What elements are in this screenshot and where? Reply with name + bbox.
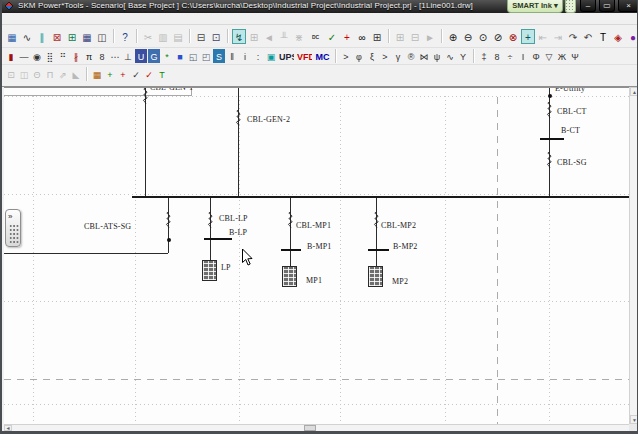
cable-symbol-cbl-gen-1[interactable] (141, 88, 150, 104)
run-analysis-icon[interactable]: ↯ (232, 29, 246, 44)
add-scenario-icon[interactable]: + (104, 67, 116, 81)
switch-icon[interactable]: γ (392, 49, 404, 63)
symbol-tool-icon[interactable]: ◈ (611, 29, 625, 44)
motor2-icon[interactable]: Φ (530, 49, 542, 63)
component-label[interactable]: CBL-MP1 (296, 221, 331, 230)
panelboard-symbol-mp1[interactable] (282, 266, 297, 287)
component-label[interactable]: CBL-ATS-SG (84, 222, 131, 231)
zoom-in-icon[interactable]: ⊕ (446, 29, 460, 44)
component-label[interactable]: CBL-CT (557, 107, 587, 116)
utility-u-icon[interactable]: U (135, 49, 147, 63)
add-study-icon[interactable]: + (117, 67, 129, 81)
wire-segment[interactable] (210, 198, 211, 261)
flash-study-icon[interactable]: ⋇ (292, 29, 306, 44)
close-button[interactable]: × (618, 0, 638, 12)
static-switch-icon[interactable]: S (213, 49, 225, 63)
pt-icon[interactable]: ‡ (478, 49, 490, 63)
datablock-format-icon[interactable]: ⊞ (370, 29, 384, 44)
component-label[interactable]: E-Utility (555, 87, 585, 93)
print-icon[interactable]: ⊟ (194, 29, 208, 44)
annotate-icon[interactable]: ◄ (262, 29, 276, 44)
grid-display-icon[interactable]: ⊞ (393, 29, 407, 44)
paste-icon[interactable]: ▤ (171, 29, 185, 44)
text-block-icon[interactable]: T (156, 67, 168, 81)
tcc-curve-icon[interactable]: ∿ (20, 29, 34, 44)
panelboard-symbol-lp[interactable] (202, 260, 217, 281)
wire-segment[interactable] (238, 88, 239, 197)
bus-bar-b-mp2[interactable] (368, 249, 389, 251)
panelboard-symbol-mp2[interactable] (368, 266, 383, 287)
chart-report-icon[interactable]: ▦ (91, 67, 103, 81)
impact-icon[interactable]: ⇗ (57, 67, 69, 81)
smart-ink-button[interactable]: SMART Ink ▾ (507, 0, 563, 13)
busway-icon[interactable]: ‖ (226, 49, 238, 63)
component-label[interactable]: CBL-GEN-1 (150, 87, 193, 92)
horizontal-scrollbar[interactable]: ◄ (4, 424, 629, 431)
cable-symbol-cbl-mp2[interactable] (372, 212, 381, 228)
window-view-icon[interactable]: ◫ (18, 67, 30, 81)
datablock-icon[interactable]: ⊞ (65, 29, 79, 44)
dc-analysis-icon[interactable]: DC (307, 29, 324, 44)
component-label[interactable]: B-LP (229, 228, 247, 237)
tree-icon[interactable]: * (161, 49, 173, 63)
restore-button[interactable]: ▭ (599, 0, 615, 12)
zoom-out-icon[interactable]: ⊖ (461, 29, 475, 44)
lv-breaker-icon[interactable]: ξ (366, 49, 378, 63)
find-component-icon[interactable]: ∞ (355, 29, 369, 44)
cable-symbol-cbl-sg[interactable] (545, 152, 554, 168)
wire-segment[interactable] (145, 88, 146, 197)
bus-bar-b-lp[interactable] (204, 238, 232, 240)
clock-icon[interactable]: Θ (31, 67, 43, 81)
inverter-icon[interactable]: ◱ (187, 49, 199, 63)
component-label[interactable]: CBL-MP2 (381, 221, 416, 230)
app-icon[interactable] (4, 1, 13, 10)
report-icon[interactable]: ▦ (80, 29, 94, 44)
filter-icon[interactable]: Ж (556, 49, 568, 63)
cable-library-icon[interactable]: ∥ (35, 29, 49, 44)
generator-icon[interactable]: ⣿ (44, 49, 56, 63)
junction-icon[interactable]: : (252, 49, 264, 63)
ellipse-tool-icon[interactable]: ● (626, 29, 638, 44)
fuse-icon[interactable]: > (340, 49, 352, 63)
generator-g-icon[interactable]: G (148, 49, 160, 63)
pan-icon[interactable]: + (521, 29, 535, 44)
vertical-scrollbar[interactable]: ▲ ▼ (629, 87, 638, 424)
cable-symbol-cbl-ats-sg[interactable] (164, 212, 173, 228)
wye-icon[interactable]: Y (457, 49, 469, 63)
fuse2-icon[interactable]: > (379, 49, 391, 63)
add-component-icon[interactable]: + (340, 29, 354, 44)
cable-symbol-cbl-ct[interactable] (545, 102, 554, 118)
component-label[interactable]: LP (221, 263, 231, 272)
filter2-icon[interactable]: Ψ (569, 49, 581, 63)
pointer-tool-icon[interactable]: ╨ (277, 29, 291, 44)
waveform-icon[interactable]: Π (44, 67, 56, 81)
fault-device-icon[interactable]: ▮ (5, 49, 17, 63)
undo-icon[interactable]: ↶ (581, 29, 595, 44)
bus-bar-b-mp1[interactable] (281, 249, 301, 251)
docked-panel-expand-handle[interactable]: » (5, 209, 21, 247)
cut-icon[interactable]: ✂ (141, 29, 155, 44)
component-label[interactable]: MP1 (306, 276, 322, 285)
zoom-window-icon[interactable]: ⊘ (491, 29, 505, 44)
motor-icon[interactable]: ⠛ (57, 49, 69, 63)
oneline-drawing-canvas[interactable]: » CBL-GEN-1E-UtilityCBL-GEN-2CBL-CTB-CTC… (4, 87, 629, 424)
copy-icon[interactable]: ▥ (156, 29, 170, 44)
wire-segment[interactable] (290, 198, 291, 267)
contactor-icon[interactable]: ⋈ (418, 49, 430, 63)
go-to-icon[interactable]: ► (423, 29, 437, 44)
scr-icon[interactable]: ∿ (444, 49, 456, 63)
component-label[interactable]: B-CT (561, 126, 580, 135)
text-tool-icon[interactable]: T (596, 29, 610, 44)
reactor-icon[interactable]: I (517, 49, 529, 63)
scroll-up-icon[interactable]: ▲ (630, 87, 638, 96)
transformer-icon[interactable]: 8 (96, 49, 108, 63)
component-label[interactable]: CBL-LP (219, 214, 248, 223)
breaker-icon[interactable]: φ (353, 49, 365, 63)
check-in-icon[interactable]: ✓ (130, 67, 142, 81)
load2-icon[interactable]: ▽ (543, 49, 555, 63)
vfd-icon[interactable]: VFD (296, 49, 313, 63)
lamp-icon[interactable]: i (239, 49, 251, 63)
check-out-icon[interactable]: ✓ (143, 67, 155, 81)
pi-equivalent-icon[interactable]: π (83, 49, 95, 63)
zoom-extents-icon[interactable]: ⊗ (506, 29, 520, 44)
